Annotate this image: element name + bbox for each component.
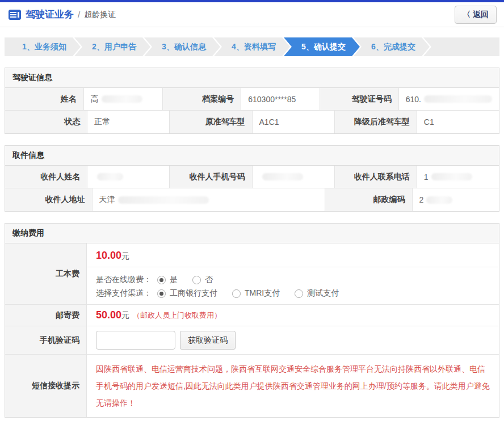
table-row: 姓名 高 档案编号 610300****85 驾驶证号码 610. xyxy=(5,88,499,111)
redacted-value xyxy=(262,173,303,180)
fees-section: 缴纳费用 工本费 10.00 元 是否在线缴费： 是 否 选择支付渠道： 工商银… xyxy=(5,223,499,418)
sms-tip-text: 因陕西省联通、电信运营商技术问题，陕西省互联网交通安全综合服务管理平台无法向持陕… xyxy=(87,355,499,417)
back-button[interactable]: 〈返回 xyxy=(455,6,497,24)
label-work-fee: 工本费 xyxy=(5,243,87,304)
radio-unselected-icon xyxy=(232,289,241,298)
breadcrumb-current: 超龄换证 xyxy=(84,10,116,20)
label-file-no: 档案编号 xyxy=(163,88,242,110)
value-license-no: 610. xyxy=(399,88,499,110)
post-fee-unit: 元 xyxy=(121,310,129,321)
redacted-value xyxy=(102,95,142,103)
document-list-icon xyxy=(9,10,21,20)
radio-selected-icon xyxy=(157,276,166,284)
label-status: 状态 xyxy=(5,111,87,133)
pay-channel-line: 选择支付渠道： 工商银行支付 TMRI支付 测试支付 xyxy=(96,288,490,298)
radio-label: 否 xyxy=(205,275,213,285)
step-bar-filler xyxy=(423,37,499,56)
step-label: 5、确认提交 xyxy=(301,42,346,52)
pay-channel-question: 选择支付渠道： xyxy=(96,288,152,298)
back-label: 返回 xyxy=(473,10,489,19)
get-sms-code-button[interactable]: 获取验证码 xyxy=(180,331,236,350)
label-sms-code: 手机验证码 xyxy=(5,326,87,354)
post-fee-row: 邮寄费 50.00 元 （邮政人员上门收取费用） xyxy=(5,305,499,326)
section-title-license: 驾驶证信息 xyxy=(5,68,499,88)
sms-code-input[interactable] xyxy=(96,331,175,350)
redacted-value xyxy=(431,173,472,180)
value-status: 正常 xyxy=(87,111,170,133)
radio-label: 工商银行支付 xyxy=(170,288,217,298)
label-down-class: 降级后准驾车型 xyxy=(335,111,417,133)
work-fee-row: 工本费 10.00 元 是否在线缴费： 是 否 选择支付渠道： 工商银行支付 T… xyxy=(5,243,499,305)
table-row: 状态 正常 原准驾车型 A1C1 降级后准驾车型 C1 xyxy=(5,111,499,133)
pay-online-question: 是否在线缴费： xyxy=(96,275,152,285)
label-orig-class: 原准驾车型 xyxy=(170,111,252,133)
sms-tip-content: 因陕西省联通、电信运营商技术问题，陕西省互联网交通安全综合服务管理平台无法向持陕… xyxy=(87,355,499,417)
value-recipient-phone: 1 xyxy=(417,166,499,188)
table-row: 收件人姓名 收件人手机号码 收件人联系电话 1 xyxy=(5,166,499,188)
radio-label: TMRI支付 xyxy=(245,288,280,298)
step-2-declaration[interactable]: 2、用户申告 xyxy=(74,37,150,56)
redacted-value xyxy=(118,196,209,204)
section-title-fees: 缴纳费用 xyxy=(5,224,499,243)
step-6-done[interactable]: 6、完成提交 xyxy=(354,37,430,56)
post-fee-content: 50.00 元 （邮政人员上门收取费用） xyxy=(87,305,499,326)
pickup-info-section: 取件信息 收件人姓名 收件人手机号码 收件人联系电话 1 收件人地址 天津 邮政… xyxy=(5,145,499,212)
radio-unselected-icon xyxy=(295,289,303,298)
value-postal-code: 2 xyxy=(413,188,499,211)
step-label: 4、资料填写 xyxy=(232,42,276,52)
radio-label: 是 xyxy=(170,275,178,285)
section-title-pickup: 取件信息 xyxy=(5,146,499,166)
label-recipient-address: 收件人地址 xyxy=(5,188,93,211)
step-label: 1、业务须知 xyxy=(22,42,66,52)
work-fee-amount: 10.00 xyxy=(96,250,121,262)
value-recipient-name xyxy=(87,166,170,188)
radio-channel-tmri[interactable]: TMRI支付 xyxy=(232,288,280,298)
step-label: 3、确认信息 xyxy=(162,42,206,52)
sms-tip-row: 短信接收提示 因陕西省联通、电信运营商技术问题，陕西省互联网交通安全综合服务管理… xyxy=(5,355,499,417)
radio-selected-icon xyxy=(157,289,166,298)
label-recipient-mobile: 收件人手机号码 xyxy=(170,166,252,188)
label-postal-code: 邮政编码 xyxy=(325,188,413,211)
radio-pay-online-no[interactable]: 否 xyxy=(192,275,213,285)
back-chevron-icon: 〈 xyxy=(463,10,471,19)
redacted-value xyxy=(424,95,492,103)
value-recipient-mobile xyxy=(253,166,335,188)
work-fee-unit: 元 xyxy=(121,251,129,262)
table-row: 收件人地址 天津 邮政编码 2 xyxy=(5,188,499,211)
label-recipient-phone: 收件人联系电话 xyxy=(335,166,417,188)
label-license-no: 驾驶证号码 xyxy=(320,88,399,110)
step-label: 6、完成提交 xyxy=(371,42,415,52)
redacted-value xyxy=(426,196,452,204)
label-name: 姓名 xyxy=(5,88,84,110)
redacted-value xyxy=(97,173,123,180)
page-title: 驾驶证业务 xyxy=(26,8,74,21)
label-sms-tip: 短信接收提示 xyxy=(5,355,87,417)
breadcrumb-separator: / xyxy=(78,10,80,19)
sms-code-row: 手机验证码 获取验证码 xyxy=(5,326,499,355)
step-5-confirm-submit[interactable]: 5、确认提交 xyxy=(284,37,360,56)
radio-channel-test[interactable]: 测试支付 xyxy=(295,288,339,298)
radio-channel-icbc[interactable]: 工商银行支付 xyxy=(157,288,217,298)
pay-online-line: 是否在线缴费： 是 否 xyxy=(96,275,490,285)
page-header: 驾驶证业务 / 超龄换证 〈返回 xyxy=(0,2,504,27)
radio-pay-online-yes[interactable]: 是 xyxy=(157,275,178,285)
sms-code-content: 获取验证码 xyxy=(87,326,499,354)
radio-label: 测试支付 xyxy=(307,288,339,298)
step-label: 2、用户申告 xyxy=(92,42,136,52)
step-4-fill-data[interactable]: 4、资料填写 xyxy=(214,37,290,56)
value-file-no: 610300****85 xyxy=(241,88,320,110)
work-fee-content: 10.00 元 是否在线缴费： 是 否 选择支付渠道： 工商银行支付 TMRI支… xyxy=(87,243,499,304)
value-orig-class: A1C1 xyxy=(253,111,335,133)
work-fee-amount-line: 10.00 元 xyxy=(87,243,499,267)
radio-unselected-icon xyxy=(192,276,201,284)
post-fee-amount: 50.00 xyxy=(96,309,121,321)
step-1-notice[interactable]: 1、业务须知 xyxy=(5,37,81,56)
step-3-confirm-info[interactable]: 3、确认信息 xyxy=(144,37,220,56)
value-name: 高 xyxy=(84,88,163,110)
value-down-class: C1 xyxy=(417,111,499,133)
label-recipient-name: 收件人姓名 xyxy=(5,166,87,188)
post-fee-note: （邮政人员上门收取费用） xyxy=(133,310,221,321)
label-post-fee: 邮寄费 xyxy=(5,305,87,326)
license-info-section: 驾驶证信息 姓名 高 档案编号 610300****85 驾驶证号码 610. … xyxy=(5,68,499,134)
payment-options-block: 是否在线缴费： 是 否 选择支付渠道： 工商银行支付 TMRI支付 测试支付 xyxy=(87,267,499,304)
